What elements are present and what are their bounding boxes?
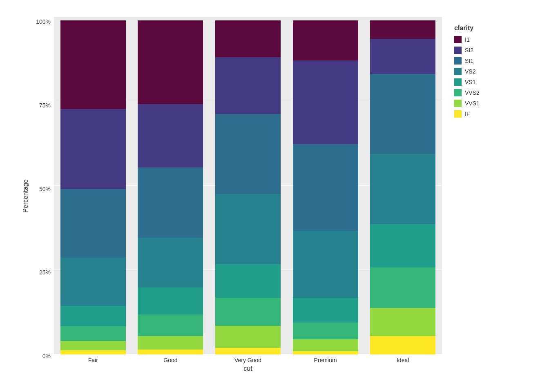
- y-tick: 0%: [42, 353, 51, 359]
- legend-label: VS1: [465, 79, 475, 85]
- grid-line: [54, 16, 442, 17]
- bar-segment-si2: [215, 57, 281, 114]
- bar-segment-i1: [370, 20, 435, 39]
- legend-swatch: [454, 100, 462, 107]
- x-tick: Very Good: [213, 357, 283, 363]
- x-tick: Premium: [290, 357, 361, 363]
- legend-swatch: [454, 47, 462, 54]
- x-axis: FairGoodVery GoodPremiumIdeal: [54, 357, 442, 363]
- bar-segment-vs2: [138, 238, 203, 288]
- legend-label: VVS2: [465, 89, 480, 96]
- bar-segment-si1: [215, 114, 281, 194]
- legend-label: VVS1: [465, 100, 480, 107]
- bar-segment-si1: [293, 144, 358, 231]
- legend-item-vs1: VS1: [454, 78, 480, 86]
- legend-swatch: [454, 68, 462, 75]
- legend-item-if: IF: [454, 110, 480, 118]
- bar-group: [368, 20, 438, 354]
- y-tick: 100%: [36, 18, 51, 25]
- plot-with-yaxis: 100%75%50%25%0% FairGoodVery GoodPremium…: [29, 16, 442, 376]
- bar-segment-vs2: [60, 258, 126, 306]
- bar-segment-i1: [138, 20, 203, 104]
- legend-item-si2: SI2: [454, 47, 480, 54]
- bar-segment-vs1: [370, 224, 435, 267]
- bar-segment-i1: [215, 20, 281, 57]
- legend-item-si1: SI1: [454, 57, 480, 65]
- legend-swatch: [454, 110, 462, 118]
- y-axis-label: Percentage: [22, 179, 29, 213]
- legend-item-i1: I1: [454, 36, 480, 43]
- stacked-bar: [215, 20, 281, 354]
- bar-segment-vvs2: [293, 323, 358, 339]
- bar-segment-vvs1: [293, 339, 358, 351]
- bar-group: [136, 20, 206, 354]
- bar-segment-vvs2: [215, 298, 281, 326]
- y-tick: 75%: [39, 102, 51, 109]
- chart-area: 100%75%50%25%0% FairGoodVery GoodPremium…: [29, 16, 520, 376]
- x-tick: Fair: [58, 357, 128, 363]
- legend-title: clarity: [454, 24, 473, 32]
- bar-segment-if: [370, 336, 435, 354]
- legend-item-vvs2: VVS2: [454, 89, 480, 96]
- bars-area: [54, 16, 442, 354]
- x-tick: Good: [136, 357, 206, 363]
- bar-segment-si1: [370, 74, 435, 154]
- legend-label: I1: [465, 36, 470, 43]
- bar-segment-vs1: [60, 306, 126, 326]
- stacked-bar: [60, 20, 126, 354]
- stacked-bar: [370, 20, 435, 354]
- bar-segment-si1: [138, 167, 203, 238]
- bar-segment-if: [60, 350, 126, 354]
- legend-swatch: [454, 57, 462, 65]
- bar-segment-vs1: [215, 264, 281, 298]
- legend-label: SI1: [465, 58, 473, 64]
- legend-item-vvs1: VVS1: [454, 100, 480, 107]
- legend-label: IF: [465, 111, 470, 117]
- bar-segment-i1: [293, 20, 358, 60]
- bar-segment-if: [138, 350, 203, 354]
- bar-segment-vvs2: [370, 267, 435, 307]
- plot-region: 100%75%50%25%0% FairGoodVery GoodPremium…: [29, 16, 442, 376]
- bar-segment-if: [293, 351, 358, 354]
- bar-segment-vvs1: [370, 308, 435, 336]
- legend-label: SI2: [465, 47, 473, 53]
- bar-segment-si2: [293, 60, 358, 144]
- bar-segment-i1: [60, 20, 126, 109]
- legend-swatch: [454, 89, 462, 96]
- bar-segment-si2: [370, 39, 435, 74]
- bar-segment-vvs2: [60, 326, 126, 341]
- bar-segment-vvs1: [60, 341, 126, 350]
- plot-main: FairGoodVery GoodPremiumIdeal cut: [54, 16, 442, 376]
- bar-segment-vs2: [370, 154, 435, 224]
- x-axis-label: cut: [54, 365, 442, 372]
- bar-segment-vvs1: [138, 336, 203, 350]
- legend-item-vs2: VS2: [454, 68, 480, 75]
- legend-swatch: [454, 78, 462, 86]
- x-tick: Ideal: [368, 357, 438, 363]
- stacked-bar: [138, 20, 203, 354]
- legend-items-container: I1SI2SI1VS2VS1VVS2VVS1IF: [454, 36, 480, 121]
- chart-container: Percentage 100%75%50%25%0% FairGo: [0, 0, 549, 392]
- legend-swatch: [454, 36, 462, 43]
- y-tick: 25%: [39, 269, 51, 276]
- legend: clarity I1SI2SI1VS2VS1VVS2VVS1IF: [454, 16, 520, 121]
- bar-segment-vvs1: [215, 326, 281, 347]
- bar-group: [58, 20, 128, 354]
- bar-segment-vs1: [138, 287, 203, 314]
- bar-group: [290, 20, 361, 354]
- bar-segment-si2: [138, 104, 203, 167]
- bar-segment-vs2: [215, 194, 281, 264]
- bar-segment-si1: [60, 189, 126, 258]
- bar-group: [213, 20, 283, 354]
- bar-segment-si2: [60, 109, 126, 189]
- stacked-bar: [293, 20, 358, 354]
- bar-segment-vs1: [293, 298, 358, 323]
- y-tick: 50%: [39, 186, 51, 192]
- bar-segment-vs2: [293, 231, 358, 298]
- legend-label: VS2: [465, 68, 475, 75]
- y-axis: 100%75%50%25%0%: [29, 16, 54, 376]
- bar-segment-if: [215, 348, 281, 354]
- bar-segment-vvs2: [138, 314, 203, 336]
